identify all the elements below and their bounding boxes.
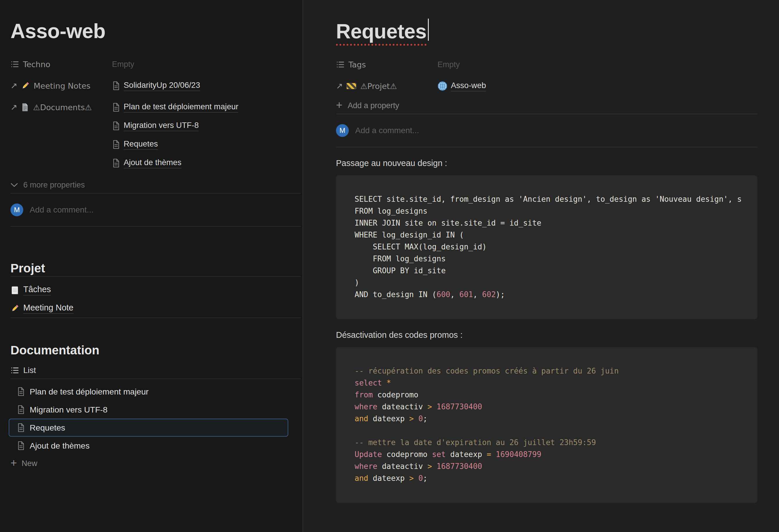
code-token: 0 [418, 414, 423, 423]
code-token: > [409, 414, 414, 423]
code-line: GROUP BY id_site [355, 265, 739, 277]
list-item-label: Migration vers UTF-8 [30, 405, 108, 414]
notion-app: Asso-web TechnoEmpty↗Meeting NotesSolida… [0, 0, 779, 532]
section-heading-projet[interactable]: Projet [10, 261, 301, 276]
property-label[interactable]: Techno [10, 55, 112, 74]
code-token: codepromo [382, 450, 432, 459]
code-line: where dateactiv > 1687730400 [355, 461, 739, 472]
code-token: ; [423, 414, 428, 423]
add-property-button[interactable]: + Add a property [336, 97, 399, 114]
property-label[interactable]: ↗⚠Projet⚠ [336, 77, 437, 95]
arrow-up-right-icon: ↗ [10, 82, 17, 90]
page-mention[interactable]: Ajout de thèmes [112, 154, 301, 173]
divider [10, 226, 301, 227]
page-title[interactable]: Asso-web [10, 19, 301, 44]
code-token [382, 379, 386, 387]
page-link[interactable]: Tâches [10, 281, 301, 299]
page-mention-label: Ajout de thèmes [124, 158, 182, 168]
property-value: SolidarityUp 20/06/23 [112, 76, 301, 95]
view-tab-list[interactable]: List [10, 362, 36, 379]
view-tab-label: List [23, 366, 36, 375]
code-block-sql-design[interactable]: SELECT site.site_id, from_design as 'Anc… [336, 175, 758, 319]
code-token: -- mettre la date d'expiration au 26 jui… [355, 438, 596, 447]
code-token: 1687730400 [437, 402, 482, 411]
page-mention-label: Plan de test déploiement majeur [124, 102, 238, 113]
empty-value[interactable]: Empty [112, 55, 301, 74]
property-name: Meeting Notes [34, 81, 90, 90]
property-name: ⚠Projet⚠ [360, 82, 397, 91]
page-link-label: Meeting Note [23, 303, 74, 314]
arrow-up-right-icon: ↗ [10, 103, 17, 111]
page-mention[interactable]: Migration vers UTF-8 [112, 117, 301, 135]
page-link-label: Tâches [23, 285, 51, 295]
page-mention[interactable]: Requetes [112, 135, 301, 154]
list-view-icon [10, 366, 19, 375]
code-token [432, 462, 437, 471]
page-mention-label: SolidarityUp 20/06/23 [124, 80, 200, 91]
page-outline-icon [17, 387, 25, 396]
code-token [414, 474, 419, 482]
page-link[interactable]: Meeting Note [10, 299, 301, 318]
list-item[interactable]: Migration vers UTF-8 [9, 401, 288, 419]
code-token: ; [423, 474, 428, 482]
property-label[interactable]: ↗⚠Documents⚠ [10, 98, 112, 117]
plus-icon: + [336, 99, 342, 111]
code-line: and dateexp > 0; [355, 472, 739, 484]
paragraph-promos[interactable]: Désactivation des codes promos : [336, 329, 758, 341]
divider [10, 379, 301, 379]
paragraph-design[interactable]: Passage au nouveau design : [336, 157, 758, 170]
property-row: ↗⚠Documents⚠Plan de test déploiement maj… [10, 96, 301, 174]
page-title[interactable]: Requetes [336, 20, 426, 46]
code-token: SELECT MAX(log_design_id) [355, 243, 487, 251]
code-block-sql-promo[interactable]: -- récupération des codes promos créés à… [336, 347, 758, 503]
code-line: -- mettre la date d'expiration au 26 jui… [355, 437, 739, 449]
multiselect-icon [336, 60, 345, 69]
property-label[interactable]: ↗Meeting Notes [10, 76, 112, 95]
plus-icon: + [10, 457, 17, 468]
property-label[interactable]: Tags [336, 55, 437, 74]
code-line: INNER JOIN site on site.site_id = id_sit… [355, 217, 739, 229]
list-item-label: Requetes [30, 423, 65, 433]
code-token: , [473, 290, 482, 299]
code-line: select * [355, 377, 739, 389]
more-properties-toggle[interactable]: 6 more properties [10, 177, 301, 193]
code-line: from codepromo [355, 389, 739, 401]
page-outline-icon [17, 423, 25, 432]
code-token: dateexp [445, 450, 487, 459]
page-outline-icon [112, 140, 120, 149]
code-token: from [355, 390, 373, 399]
list-item[interactable]: Ajout de thèmes [9, 437, 288, 455]
more-properties-label: 6 more properties [23, 181, 85, 190]
code-token: dateactiv [377, 462, 427, 471]
page-mention[interactable]: SolidarityUp 20/06/23 [112, 76, 301, 95]
page-outline-icon [112, 121, 120, 131]
add-property-label: Add a property [348, 101, 399, 110]
code-token: ) [355, 278, 359, 287]
code-token: select [355, 379, 382, 387]
list-item[interactable]: Plan de test déploiement majeur [9, 383, 288, 401]
code-token: , [450, 290, 459, 299]
avatar[interactable]: M [10, 203, 23, 216]
code-token: FROM log_designs [355, 207, 427, 215]
list-item-selected[interactable]: Requetes [9, 419, 288, 437]
code-token: 601 [459, 290, 473, 299]
peek-page-panel: Requetes TagsEmpty↗⚠Projet⚠Asso-web + Ad… [303, 0, 779, 532]
code-token: 1687730400 [437, 462, 482, 471]
avatar[interactable]: M [336, 124, 349, 137]
property-row: ↗⚠Projet⚠Asso-web [336, 75, 758, 97]
code-token [432, 402, 437, 411]
page-mention[interactable]: Plan de test déploiement majeur [112, 98, 301, 117]
add-comment-row[interactable]: M Add a comment... [10, 194, 301, 226]
projet-links: TâchesMeeting Note [10, 281, 301, 318]
comment-placeholder: Add a comment... [355, 126, 419, 135]
section-heading-documentation[interactable]: Documentation [10, 342, 301, 358]
property-name: ⚠Documents⚠ [33, 103, 92, 112]
code-token: set [432, 450, 445, 459]
code-line: Update codepromo set dateexp = 169040879… [355, 449, 739, 461]
page-mention[interactable]: Asso-web [437, 77, 758, 95]
page-filled-icon [21, 103, 29, 112]
property-row: ↗Meeting NotesSolidarityUp 20/06/23 [10, 75, 301, 96]
new-page-button[interactable]: + New [10, 455, 37, 472]
empty-value[interactable]: Empty [437, 55, 758, 74]
add-comment-row[interactable]: M Add a comment... [336, 114, 758, 147]
